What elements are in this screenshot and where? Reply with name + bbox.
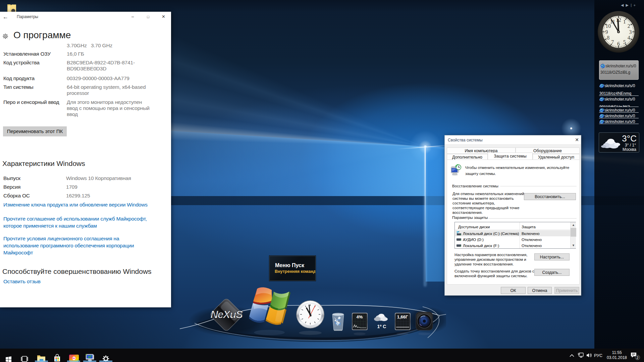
svg-text:NeXuS: NeXuS	[210, 308, 243, 320]
svg-text:2: 2	[628, 23, 630, 29]
svg-text:4: 4	[628, 35, 630, 41]
svg-text:9: 9	[605, 29, 608, 35]
svg-text:1,66Г: 1,66Г	[397, 314, 408, 319]
svg-text:3: 3	[629, 29, 632, 35]
svg-text:6: 6	[617, 41, 620, 47]
svg-text:7: 7	[611, 39, 614, 45]
svg-text:REC: REC	[72, 358, 76, 359]
svg-text:5: 5	[623, 39, 626, 45]
svg-text:1º C: 1º C	[377, 324, 386, 329]
svg-text:1: 1	[623, 19, 626, 24]
svg-text:4%: 4%	[357, 314, 363, 319]
svg-text:8: 8	[607, 35, 609, 41]
